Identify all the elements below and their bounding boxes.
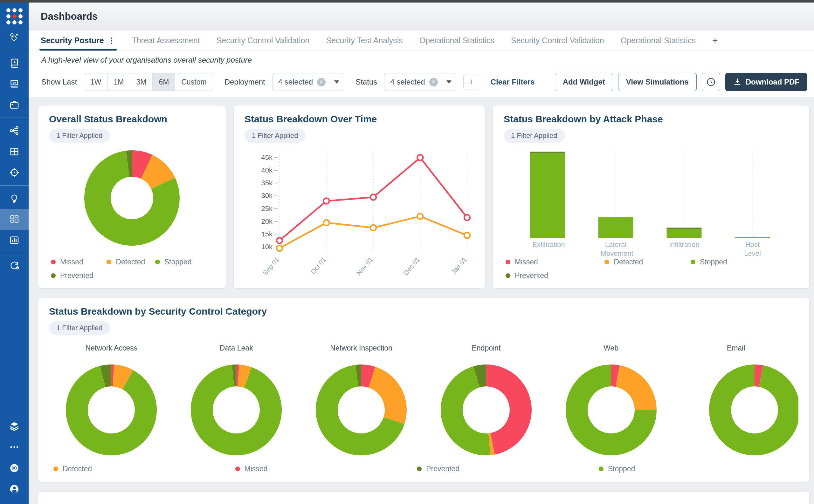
bar-chart-icon	[9, 235, 20, 246]
category-donut-email[interactable]: Email	[674, 344, 798, 456]
category-donut-chart[interactable]	[65, 364, 157, 456]
chevron-down-icon[interactable]	[447, 80, 452, 84]
sidebar-item-integrations[interactable]	[0, 255, 29, 276]
sidebar-item-simulations[interactable]	[0, 27, 29, 48]
atoms-icon	[9, 31, 20, 43]
view-simulations-button[interactable]: View Simulations	[618, 73, 697, 91]
category-donut-network-inspection[interactable]: Network Inspection	[299, 344, 424, 456]
widgets-row: Overall Status Breakdown 1 Filter Applie…	[38, 106, 809, 288]
category-donut-chart[interactable]	[440, 364, 532, 456]
legend-item-missed[interactable]: Missed	[51, 258, 106, 266]
category-donut-web[interactable]: Web	[549, 344, 674, 456]
category-donut-chart[interactable]	[708, 364, 798, 456]
tab-label: Operational Statistics	[621, 36, 696, 45]
sidebar-item-reports[interactable]	[0, 230, 29, 251]
legend-item-missed[interactable]: Missed	[506, 258, 605, 266]
chevron-down-icon[interactable]	[334, 80, 339, 84]
legend-item-prevented[interactable]: Prevented	[51, 271, 106, 280]
svg-text:Nov 01: Nov 01	[355, 256, 374, 277]
legend-item-missed[interactable]: Missed	[235, 465, 417, 473]
sidebar-item-settings[interactable]	[0, 458, 29, 479]
dashboard-content: Overall Status Breakdown 1 Filter Applie…	[29, 97, 814, 504]
svg-text:Sep 01: Sep 01	[261, 256, 280, 277]
category-title: Network Access	[85, 344, 138, 352]
legend-label: Stopped	[700, 258, 727, 266]
category-donut-network-access[interactable]: Network Access	[49, 344, 174, 456]
sidebar-item-targets[interactable]	[0, 162, 29, 183]
lightbulb-icon	[9, 193, 20, 204]
sidebar-item-account[interactable]	[0, 479, 29, 500]
category-donut-data-leak[interactable]: Data Leak	[174, 344, 299, 456]
clock-icon	[706, 77, 716, 87]
category-donut-endpoint[interactable]: Endpoint	[424, 344, 549, 456]
sidebar-item-insights[interactable]	[0, 188, 29, 209]
tab-security-control-validation-2[interactable]: Security Control Validation	[216, 31, 310, 51]
tab-label: Security Control Validation	[216, 36, 310, 45]
tab-operational-statistics-4[interactable]: Operational Statistics	[420, 31, 495, 51]
category-donut-chart[interactable]	[190, 364, 282, 456]
category-donut-chart[interactable]	[315, 364, 407, 456]
legend-item-stopped[interactable]: Stopped	[155, 258, 203, 266]
status-over-time-line-chart[interactable]: Sep 01Oct 01Nov 01Dec 01Jan 0110k15k20k2…	[244, 146, 480, 281]
filter-applied-badge[interactable]: 1 Filter Applied	[244, 129, 305, 143]
sidebar-item-coverage-matrix[interactable]	[0, 141, 29, 162]
sidebar-item-attack-paths[interactable]	[0, 120, 29, 141]
tab-operational-statistics-6[interactable]: Operational Statistics	[621, 31, 696, 51]
range-option-6m[interactable]: 6M	[152, 73, 175, 91]
filter-applied-badge[interactable]: 1 Filter Applied	[49, 129, 110, 143]
range-option-custom[interactable]: Custom	[175, 73, 212, 91]
gear-icon	[9, 462, 20, 474]
tab-menu-icon[interactable]: ⋮	[108, 36, 115, 45]
filter-applied-badge[interactable]: 1 Filter Applied	[504, 129, 565, 143]
tab-security-posture-0[interactable]: Security Posture⋮	[41, 31, 115, 51]
overall-status-donut-chart[interactable]	[81, 147, 183, 249]
dropdown-separator	[330, 77, 330, 87]
add-filter-button[interactable]: +	[463, 74, 479, 90]
deployment-dropdown[interactable]: 4 selected ✕	[272, 73, 344, 91]
legend-item-detected[interactable]: Detected	[53, 465, 235, 473]
legend-item-detected[interactable]: Detected	[106, 258, 155, 266]
download-pdf-button[interactable]: Download PDF	[725, 73, 807, 91]
legend-dot	[53, 467, 58, 471]
filter-applied-badge[interactable]: 1 Filter Applied	[49, 321, 110, 335]
range-option-3m[interactable]: 3M	[130, 73, 153, 91]
dashboard-description: A high-level view of your organisations …	[29, 51, 814, 69]
sidebar-item-scenarios[interactable]	[0, 94, 29, 115]
legend-label: Missed	[60, 258, 83, 266]
history-button[interactable]	[702, 73, 720, 91]
legend-item-stopped[interactable]: Stopped	[599, 465, 781, 473]
attack-phase-bar-chart[interactable]	[504, 147, 796, 238]
sidebar-item-more[interactable]	[0, 437, 29, 458]
clear-filters-link[interactable]: Clear Filters	[491, 78, 535, 86]
category-donut-chart[interactable]	[565, 364, 657, 456]
svg-text:Oct 01: Oct 01	[309, 256, 327, 276]
add-tab-button[interactable]: +	[712, 31, 718, 51]
bar-category-label: Lateral Movement	[582, 240, 650, 258]
range-option-1m[interactable]: 1M	[107, 73, 130, 91]
sidebar-item-environments[interactable]	[0, 416, 29, 437]
range-option-1w[interactable]: 1W	[84, 73, 107, 91]
sidebar-item-simulator[interactable]: </>	[0, 73, 29, 94]
sidebar-item-playbook[interactable]	[0, 52, 29, 73]
category-donut-grid: Network AccessData LeakNetwork Inspectio…	[49, 344, 798, 456]
chart-legend: MissedDetectedStoppedPrevented	[506, 258, 777, 280]
legend-item-detected[interactable]: Detected	[605, 258, 691, 266]
clear-status-icon[interactable]: ✕	[429, 78, 438, 86]
clear-deployment-icon[interactable]: ✕	[317, 78, 325, 86]
legend-item-prevented[interactable]: Prevented	[506, 271, 605, 280]
dashboard-tabs: Security Posture⋮Threat AssessmentSecuri…	[29, 31, 814, 51]
status-dropdown[interactable]: 4 selected ✕	[384, 73, 456, 91]
tab-security-test-analysis-3[interactable]: Security Test Analysis	[326, 31, 402, 51]
add-widget-button[interactable]: Add Widget	[555, 73, 613, 91]
widget-title: Status Breakdown by Attack Phase	[504, 114, 798, 125]
legend-item-prevented[interactable]: Prevented	[417, 465, 599, 473]
tab-security-control-validation-5[interactable]: Security Control Validation	[511, 31, 604, 51]
logo-grid-icon	[6, 8, 23, 24]
actions-divider	[547, 73, 547, 91]
tab-threat-assessment-1[interactable]: Threat Assessment	[132, 31, 200, 51]
sidebar-item-dashboards[interactable]	[0, 209, 29, 230]
attack-phase-card: Status Breakdown by Attack Phase 1 Filte…	[493, 106, 809, 288]
legend-item-stopped[interactable]: Stopped	[691, 258, 777, 266]
sidebar-item-logo[interactable]	[0, 6, 29, 27]
deployment-label: Deployment	[224, 78, 265, 86]
